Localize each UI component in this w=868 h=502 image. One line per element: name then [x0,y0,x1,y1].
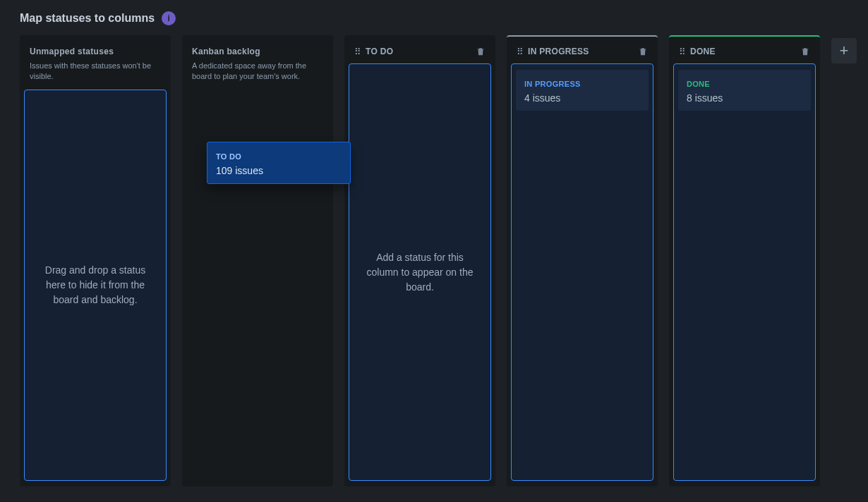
info-icon[interactable]: i [162,11,176,25]
column-title-done[interactable]: DONE [690,47,795,56]
dropzone-text-unmapped: Drag and drop a status here to hide it f… [36,263,155,307]
column-unmapped: Unmapped statuses Issues with these stat… [20,35,171,486]
trash-icon[interactable] [638,47,648,56]
page-header: Map statuses to columns i [0,0,868,32]
drag-handle-icon[interactable]: ⠿ [679,47,685,56]
column-backlog: Kanban backlog A dedicated space away fr… [182,35,333,486]
dropzone-todo[interactable]: Add a status for this column to appear o… [349,63,491,481]
status-card-done[interactable]: DONE 8 issues [678,70,811,111]
column-title-backlog: Kanban backlog [192,47,323,56]
plus-icon: + [840,42,849,60]
page-title: Map statuses to columns [20,12,155,25]
board-container: Unmapped statuses Issues with these stat… [0,32,868,498]
status-count: 8 issues [687,92,802,104]
column-inprogress: ⠿ IN PROGRESS IN PROGRESS 4 issues [507,35,658,486]
column-body-backlog[interactable] [182,90,333,98]
content-zone-inprogress[interactable]: IN PROGRESS 4 issues [511,63,653,481]
status-count: 4 issues [524,92,640,104]
column-title-todo[interactable]: TO DO [366,47,470,56]
status-card-inprogress[interactable]: IN PROGRESS 4 issues [516,70,649,111]
trash-icon[interactable] [476,47,486,56]
column-body-todo[interactable]: Add a status for this column to appear o… [349,63,491,481]
column-title-unmapped: Unmapped statuses [30,47,161,56]
drag-handle-icon[interactable]: ⠿ [517,47,522,56]
content-zone-done[interactable]: DONE 8 issues [673,63,816,481]
status-badge: TO DO [216,152,241,161]
column-body-done[interactable]: DONE 8 issues [673,63,816,481]
column-todo: ⠿ TO DO Add a status for this column to … [344,35,495,486]
dragging-status-card[interactable]: TO DO 109 issues [207,142,351,184]
column-header-backlog: Kanban backlog A dedicated space away fr… [182,37,333,90]
column-title-inprogress[interactable]: IN PROGRESS [528,47,632,56]
status-count: 109 issues [216,165,342,176]
column-desc-unmapped: Issues with these statuses won't be visi… [30,61,161,82]
column-body-unmapped[interactable]: Drag and drop a status here to hide it f… [24,90,167,481]
column-desc-backlog: A dedicated space away from the board to… [192,61,323,82]
column-header-inprogress: ⠿ IN PROGRESS [507,37,658,63]
column-header-unmapped: Unmapped statuses Issues with these stat… [20,37,171,90]
column-done: ⠿ DONE DONE 8 issues [669,35,820,486]
dropzone-text-todo: Add a status for this column to appear o… [361,250,479,295]
column-header-done: ⠿ DONE [669,37,820,63]
status-badge: IN PROGRESS [524,80,581,88]
dropzone-unmapped[interactable]: Drag and drop a status here to hide it f… [24,90,167,481]
column-body-inprogress[interactable]: IN PROGRESS 4 issues [511,63,653,481]
column-header-todo: ⠿ TO DO [344,37,495,63]
status-badge: DONE [687,80,710,88]
add-column-button[interactable]: + [831,38,857,63]
trash-icon[interactable] [800,47,810,56]
drag-handle-icon[interactable]: ⠿ [354,47,360,56]
